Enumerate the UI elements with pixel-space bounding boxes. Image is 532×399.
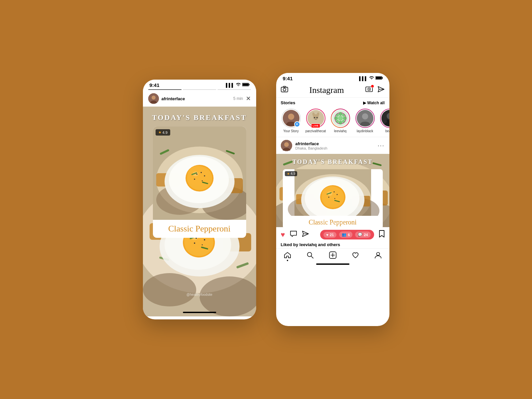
- svg-point-120: [333, 191, 334, 192]
- post-food-image: [283, 169, 383, 216]
- story-username: afrinterface: [162, 96, 231, 101]
- story-status-icons: ▌▌▌: [226, 83, 250, 88]
- nav-search[interactable]: [306, 251, 314, 261]
- instagram-header: Instagram: [276, 83, 389, 98]
- svg-point-134: [376, 252, 379, 255]
- header-action-icons: [365, 86, 385, 95]
- svg-point-80: [338, 116, 343, 121]
- story-food-card: ★ 4.9: [153, 127, 246, 238]
- story-item-parzivalthecat[interactable]: LIVE parzivalthecat: [305, 109, 326, 133]
- svg-point-42: [201, 172, 202, 173]
- parzivalthecat-circle: LIVE: [306, 109, 325, 128]
- likes-chip: ♥ 21: [323, 232, 336, 238]
- post-avatar: [281, 140, 292, 151]
- svg-point-76: [336, 114, 339, 117]
- story-item-leeviahq[interactable]: leeviahq: [330, 109, 351, 133]
- story-item-laydinblack[interactable]: laydinblack: [355, 109, 375, 133]
- dish-name: Classic Pepperoni: [168, 224, 231, 233]
- wifi-icon: [236, 83, 241, 88]
- svg-rect-54: [283, 86, 285, 88]
- svg-point-43: [204, 175, 205, 177]
- igtv-button[interactable]: [365, 86, 373, 95]
- stories-section: Stories ▶ Watch all + Your Story: [276, 98, 389, 137]
- svg-rect-51: [376, 77, 382, 79]
- post-rating: ★ 4.9: [285, 171, 297, 176]
- camera-button[interactable]: [281, 86, 288, 95]
- feed-status-icons: ▌▌▌: [359, 76, 383, 81]
- progress-bar-3: [218, 89, 251, 90]
- watch-all-button[interactable]: ▶ Watch all: [363, 101, 385, 105]
- post-star-icon: ★: [287, 172, 290, 176]
- post-food-card: ★ 4.9: [283, 169, 383, 227]
- beard-circle: [380, 109, 389, 128]
- nav-profile[interactable]: [374, 251, 382, 261]
- comment-button[interactable]: [290, 230, 297, 239]
- follows-chip: 👥 6: [339, 231, 352, 238]
- leeviahq-avatar: [332, 110, 349, 127]
- svg-point-53: [283, 88, 285, 91]
- svg-point-79: [342, 120, 345, 123]
- story-home-indicator: [183, 312, 216, 313]
- story-header: afrinterface 5 min ✕: [143, 92, 256, 107]
- add-story-button[interactable]: +: [294, 121, 300, 127]
- star-icon: ★: [158, 130, 162, 135]
- svg-point-4: [152, 96, 156, 100]
- stories-header: Stories ▶ Watch all: [276, 100, 389, 107]
- svg-point-25: [194, 242, 195, 244]
- svg-point-7: [143, 273, 196, 306]
- feed-wifi-icon: [369, 76, 374, 81]
- nav-home-dot: [287, 260, 288, 261]
- svg-point-124: [328, 197, 329, 198]
- svg-line-130: [311, 256, 313, 258]
- nav-home[interactable]: [284, 252, 291, 260]
- svg-point-86: [284, 142, 289, 147]
- svg-point-78: [336, 120, 339, 123]
- live-badge: LIVE: [311, 124, 320, 128]
- person-chip-icon: 👥: [342, 232, 346, 237]
- post-more-button[interactable]: ···: [377, 142, 384, 149]
- comments-chip: 💬 24: [355, 231, 370, 238]
- phone-story: 9:41 ▌▌▌ afrinterface 5 min ✕: [143, 80, 256, 319]
- svg-point-73: [338, 121, 342, 124]
- beard-avatar: [381, 110, 389, 127]
- bottom-nav: [276, 248, 389, 262]
- story-rating: ★ 4.9: [156, 129, 170, 136]
- svg-point-75: [343, 116, 346, 120]
- post-watermark: @healthyfoodsite: [276, 221, 389, 224]
- nav-heart[interactable]: [352, 252, 359, 260]
- story-time-ago: 5 min: [233, 96, 243, 101]
- post-user-info: afrinterface Dhaka, Bangladesh: [295, 141, 374, 150]
- beard-label: beard: [379, 129, 389, 133]
- story-time: 9:41: [150, 82, 160, 88]
- nav-add[interactable]: [329, 251, 336, 261]
- heart-chip-icon: ♥: [326, 233, 328, 237]
- svg-point-55: [286, 88, 287, 88]
- svg-point-72: [338, 112, 342, 116]
- svg-point-74: [334, 116, 338, 120]
- like-button[interactable]: ♥: [281, 230, 285, 239]
- svg-point-123: [334, 198, 335, 199]
- svg-marker-58: [369, 89, 370, 90]
- instagram-logo: Instagram: [309, 85, 344, 95]
- story-item-your[interactable]: + Your Story: [281, 109, 301, 133]
- story-poster-avatar: [148, 93, 159, 104]
- share-button[interactable]: [302, 230, 309, 239]
- svg-rect-1: [249, 84, 249, 85]
- story-content: Today's Breakfast ★ 4.9: [143, 107, 256, 316]
- post-likes: Liked by leeviahq and others: [276, 242, 389, 248]
- svg-point-82: [362, 113, 368, 120]
- svg-point-62: [288, 114, 294, 120]
- feed-status-bar: 9:41 ▌▌▌: [276, 73, 389, 83]
- feed-home-indicator: [316, 263, 349, 265]
- send-button[interactable]: [377, 86, 385, 95]
- battery-icon: [242, 83, 250, 88]
- post-title-overlay: Today's Breakfast: [276, 159, 389, 166]
- laydinblack-circle: [355, 109, 375, 128]
- svg-point-22: [204, 239, 205, 240]
- laydinblack-label: laydinblack: [355, 129, 375, 133]
- save-button[interactable]: [379, 230, 385, 239]
- story-progress-bars: [143, 89, 256, 92]
- story-close-button[interactable]: ✕: [246, 95, 251, 102]
- story-food-image: [153, 127, 246, 220]
- story-item-beard[interactable]: beard: [379, 109, 389, 133]
